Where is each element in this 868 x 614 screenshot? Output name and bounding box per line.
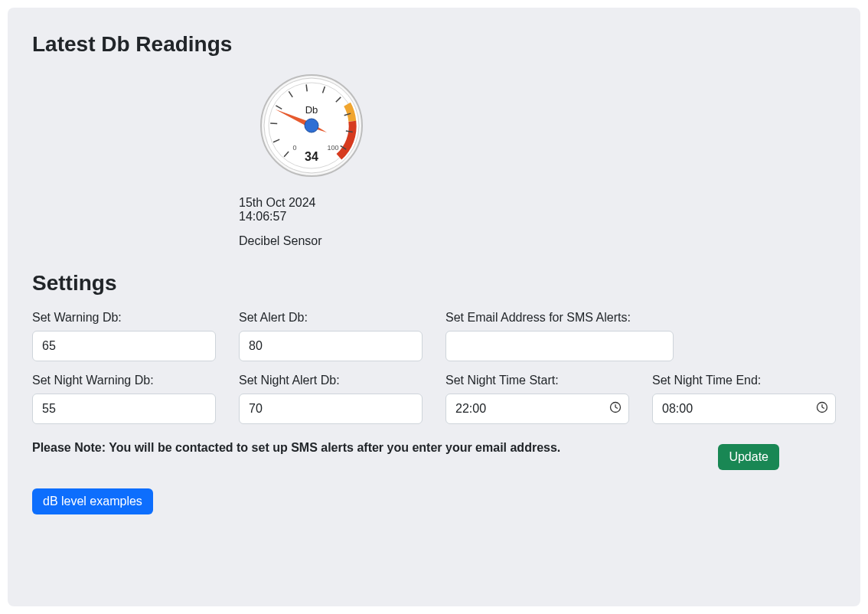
email-input[interactable]	[445, 331, 674, 361]
gauge-unit-label: Db	[305, 104, 318, 116]
settings-heading: Settings	[32, 271, 836, 296]
night-alert-db-input[interactable]	[239, 394, 423, 424]
reading-date: 15th Oct 2024	[239, 196, 384, 210]
night-start-label: Set Night Time Start:	[445, 374, 629, 387]
night-end-input[interactable]	[652, 394, 836, 424]
gauge-max-label: 100	[327, 144, 338, 152]
night-warning-db-label: Set Night Warning Db:	[32, 374, 216, 387]
reading-row: Db 0 100 34 15th Oct 2024 14:06:57 Decib…	[32, 72, 836, 248]
reading-sensor-name: Decibel Sensor	[239, 234, 384, 248]
settings-form: Set Warning Db: Set Alert Db: Set Email …	[32, 311, 836, 514]
gauge: Db 0 100 34	[239, 72, 384, 182]
gauge-value-label: 34	[305, 150, 318, 163]
gauge-icon: Db 0 100 34	[258, 72, 365, 179]
latest-readings-heading: Latest Db Readings	[32, 32, 836, 57]
warning-db-label: Set Warning Db:	[32, 311, 216, 325]
alert-db-label: Set Alert Db:	[239, 311, 423, 325]
night-warning-db-input[interactable]	[32, 394, 216, 424]
alert-db-input[interactable]	[239, 331, 423, 361]
night-alert-db-label: Set Night Alert Db:	[239, 374, 423, 387]
svg-point-16	[305, 119, 318, 132]
db-examples-button[interactable]: dB level examples	[32, 488, 153, 514]
night-start-input[interactable]	[445, 394, 629, 424]
reading-time: 14:06:57	[239, 210, 384, 224]
reading-card: Db 0 100 34 15th Oct 2024 14:06:57 Decib…	[239, 72, 384, 248]
update-button[interactable]: Update	[718, 444, 779, 470]
main-panel: Latest Db Readings	[8, 8, 860, 606]
night-end-label: Set Night Time End:	[652, 374, 836, 387]
svg-line-5	[270, 123, 277, 124]
gauge-min-label: 0	[292, 144, 296, 152]
warning-db-input[interactable]	[32, 331, 216, 361]
sms-note: Please Note: You will be contacted to se…	[32, 441, 560, 455]
email-label: Set Email Address for SMS Alerts:	[445, 311, 674, 325]
